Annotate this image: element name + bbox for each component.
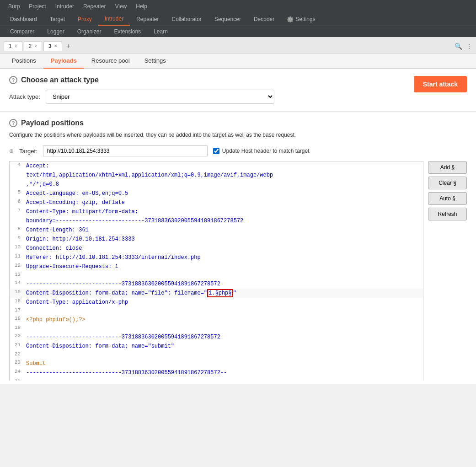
tab-comparer[interactable]: Comparer (4, 26, 41, 37)
line-22: 22 (10, 351, 423, 359)
tab-collaborator[interactable]: Collaborator (166, 13, 208, 25)
nav-tabs-top: Dashboard Target Proxy Intruder Repeater… (0, 13, 476, 26)
target-row: ⊕ Target: Update Host header to match ta… (9, 145, 467, 156)
add-section-button[interactable]: Add § (428, 161, 467, 174)
more-options-button[interactable]: ⋮ (466, 43, 472, 50)
tab-repeater[interactable]: Repeater (130, 13, 165, 25)
request-tab-1[interactable]: 1 × (4, 41, 22, 51)
payload-positions-heading: Payload positions (21, 119, 84, 127)
line-6: 6 Accept-Encoding: gzip, deflate (10, 198, 423, 207)
code-lines: 4 Accept: text/html,application/xhtml+xm… (10, 161, 423, 381)
main-content: ? Choose an attack type Attack type: Sni… (0, 69, 476, 384)
menu-repeater[interactable]: Repeater (79, 0, 110, 13)
auto-section-button[interactable]: Auto § (428, 192, 467, 205)
menu-project[interactable]: Project (24, 0, 50, 13)
line-17: 17 (10, 307, 423, 315)
attack-type-row: Attack type: Sniper Battering ram Pitchf… (9, 90, 414, 104)
attack-type-heading: Choose an attack type (21, 76, 99, 84)
stab-positions[interactable]: Positions (5, 54, 43, 69)
attack-type-help-icon[interactable]: ? (9, 76, 17, 84)
request-tabs: 1 × 2 × 3 × + 🔍 ⋮ (0, 37, 476, 54)
code-area: 4 Accept: text/html,application/xhtml+xm… (9, 161, 423, 381)
target-input[interactable] (43, 145, 208, 156)
tab-sequencer[interactable]: Sequencer (208, 13, 247, 25)
section-tabs: Positions Payloads Resource pool Setting… (0, 54, 476, 69)
payload-positions-desc: Configure the positions where payloads w… (9, 131, 467, 139)
add-tab-button[interactable]: + (64, 42, 73, 50)
line-15: 15 Content-Disposition: form-data; name=… (10, 289, 423, 298)
request-tab-1-close[interactable]: × (15, 44, 17, 49)
line-14: 14 -----------------------------37318836… (10, 279, 423, 289)
stab-resource-pool[interactable]: Resource pool (84, 54, 137, 69)
line-16: 16 Content-Type: application/x-php (10, 298, 423, 307)
request-tab-3[interactable]: 3 × (43, 41, 62, 51)
request-tab-1-num: 1 (9, 43, 12, 49)
update-host-row: Update Host header to match target (213, 148, 310, 154)
settings-label: Settings (295, 16, 315, 22)
line-10: 10 Connection: close (10, 244, 423, 253)
attack-type-title: ? Choose an attack type (9, 76, 414, 84)
update-host-label: Update Host header to match target (222, 148, 310, 154)
nav-tabs-second: Comparer Logger Organizer Extensions Lea… (0, 26, 476, 37)
start-attack-button[interactable]: Start attack (414, 76, 467, 92)
tab-intruder[interactable]: Intruder (98, 13, 130, 26)
payload-positions-help-icon[interactable]: ? (9, 119, 17, 127)
attack-type-section: ? Choose an attack type Attack type: Sni… (0, 69, 476, 112)
request-tab-3-num: 3 (48, 43, 52, 49)
line-4b: text/html,application/xhtml+xml,applicat… (10, 171, 423, 180)
editor-wrapper: 4 Accept: text/html,application/xhtml+xm… (9, 161, 467, 381)
menu-help[interactable]: Help (131, 0, 152, 13)
line-13: 13 (10, 271, 423, 279)
stab-settings[interactable]: Settings (137, 54, 173, 69)
payload-positions-title: ? Payload positions (9, 119, 467, 127)
request-tab-2[interactable]: 2 × (24, 41, 43, 51)
attack-type-label: Attack type: (9, 93, 40, 100)
payload-positions-section: ? Payload positions Configure the positi… (0, 112, 476, 384)
tab-extensions[interactable]: Extensions (107, 26, 147, 37)
tab-learn[interactable]: Learn (147, 26, 174, 37)
tab-proxy[interactable]: Proxy (71, 13, 98, 25)
refresh-button[interactable]: Refresh (428, 208, 467, 220)
line-7b: boundary=---------------------------3731… (10, 216, 423, 225)
line-11: 11 Referer: http://10.10.181.254:3333/in… (10, 253, 423, 262)
target-expand-icon[interactable]: ⊕ (9, 148, 14, 154)
menu-intruder[interactable]: Intruder (51, 0, 79, 13)
update-host-checkbox[interactable] (213, 148, 219, 154)
line-5: 5 Accept-Language: en-US,en;q=0.5 (10, 189, 423, 198)
clear-section-button[interactable]: Clear § (428, 177, 467, 189)
side-buttons: Add § Clear § Auto § Refresh (423, 161, 467, 381)
request-tab-3-close[interactable]: × (54, 43, 57, 48)
line-21: 21 Content-Disposition: form-data; name=… (10, 342, 423, 351)
line-4: 4 Accept: (10, 161, 423, 171)
attack-type-select[interactable]: Sniper Battering ram Pitchfork Cluster b… (46, 90, 274, 104)
search-button[interactable]: 🔍 (455, 43, 462, 50)
menu-view[interactable]: View (110, 0, 131, 13)
menu-bar: Burp Project Intruder Repeater View Help (0, 0, 476, 13)
line-25: 25 (10, 377, 423, 381)
request-tab-2-close[interactable]: × (34, 44, 37, 49)
tab-settings[interactable]: Settings (281, 13, 321, 25)
tab-logger[interactable]: Logger (41, 26, 70, 37)
tab-decoder[interactable]: Decoder (247, 13, 281, 25)
line-9: 9 Origin: http://10.10.181.254:3333 (10, 235, 423, 244)
line-8: 8 Content-Length: 361 (10, 225, 423, 235)
gear-icon (287, 16, 294, 22)
line-23: 23 Submit (10, 359, 423, 368)
target-label: Target: (19, 148, 37, 155)
line-4c: ,*/*;q=0.8 (10, 180, 423, 189)
tab-target[interactable]: Target (43, 13, 71, 25)
line-20: 20 -----------------------------37318836… (10, 333, 423, 342)
line-12: 12 Upgrade-Insecure-Requests: 1 (10, 262, 423, 271)
line-7: 7 Content-Type: multipart/form-data; (10, 207, 423, 216)
menu-burp[interactable]: Burp (4, 0, 24, 13)
request-tab-2-num: 2 (29, 43, 32, 49)
line-24: 24 -----------------------------37318836… (10, 368, 423, 377)
code-editor[interactable]: 4 Accept: text/html,application/xhtml+xm… (9, 161, 423, 381)
tab-organizer[interactable]: Organizer (71, 26, 108, 37)
request-tabs-right: 🔍 ⋮ (455, 43, 472, 50)
attack-type-left: ? Choose an attack type Attack type: Sni… (9, 76, 414, 104)
line-18: 18 <?php phpinfo();?> (10, 315, 423, 324)
tab-dashboard[interactable]: Dashboard (4, 13, 43, 25)
stab-payloads[interactable]: Payloads (43, 54, 84, 69)
line-19: 19 (10, 324, 423, 333)
